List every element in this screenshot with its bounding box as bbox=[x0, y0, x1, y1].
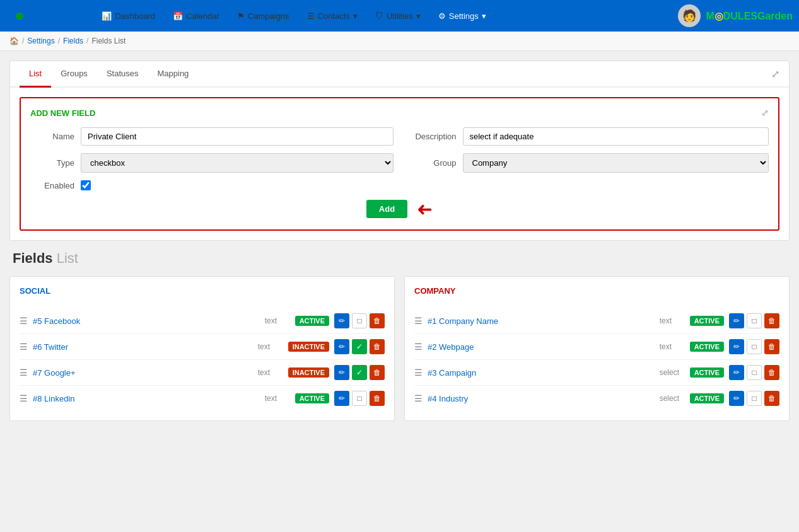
edit-button[interactable]: ✏ bbox=[729, 313, 744, 328]
delete-button[interactable]: 🗑 bbox=[764, 391, 779, 406]
delete-button[interactable]: 🗑 bbox=[370, 313, 385, 328]
utilities-dropdown-icon: ▾ bbox=[416, 11, 421, 21]
field-name-link[interactable]: #7 Google+ bbox=[33, 368, 253, 378]
delete-button[interactable]: 🗑 bbox=[764, 339, 779, 354]
tab-mapping[interactable]: Mapping bbox=[148, 61, 198, 88]
deactivate-button[interactable]: □ bbox=[747, 339, 762, 354]
status-badge: ACTIVE bbox=[690, 393, 724, 403]
field-type: text bbox=[265, 316, 290, 325]
delete-button[interactable]: 🗑 bbox=[764, 365, 779, 380]
deactivate-button[interactable]: □ bbox=[747, 313, 762, 328]
deactivate-button[interactable]: □ bbox=[352, 313, 367, 328]
activate-button[interactable]: ✓ bbox=[352, 339, 367, 354]
activate-button[interactable]: ✓ bbox=[352, 365, 367, 380]
enabled-checkbox[interactable] bbox=[81, 180, 91, 190]
fields-list-heading: Fields List bbox=[13, 250, 790, 267]
field-type: text bbox=[660, 316, 685, 325]
field-name-link[interactable]: #6 Twitter bbox=[33, 342, 253, 352]
type-select[interactable]: checkbox text select textarea date bbox=[81, 153, 394, 173]
social-title: SOCIAL bbox=[20, 286, 385, 301]
tab-groups[interactable]: Groups bbox=[51, 61, 97, 88]
table-row: ☰ #3 Campaign select ACTIVE ✏ □ 🗑 bbox=[414, 360, 779, 386]
drag-handle[interactable]: ☰ bbox=[20, 316, 28, 326]
deactivate-button[interactable]: □ bbox=[352, 391, 367, 406]
edit-button[interactable]: ✏ bbox=[729, 391, 744, 406]
field-type: text bbox=[660, 342, 685, 351]
edit-button[interactable]: ✏ bbox=[334, 391, 349, 406]
field-name-link[interactable]: #2 Webpage bbox=[428, 342, 655, 352]
breadcrumb-settings[interactable]: Settings bbox=[27, 37, 54, 45]
table-row: ☰ #1 Company Name text ACTIVE ✏ □ 🗑 bbox=[414, 308, 779, 334]
field-name-link[interactable]: #5 Facebook bbox=[33, 316, 260, 326]
description-input[interactable] bbox=[463, 127, 769, 146]
deactivate-button[interactable]: □ bbox=[747, 391, 762, 406]
settings-dropdown-icon: ▾ bbox=[482, 11, 486, 21]
dashboard-nav-item[interactable]: 📊 Dashboard bbox=[93, 0, 164, 32]
tab-statuses[interactable]: Statuses bbox=[97, 61, 148, 88]
delete-button[interactable]: 🗑 bbox=[764, 313, 779, 328]
table-row: ☰ #7 Google+ text INACTIVE ✏ ✓ 🗑 bbox=[20, 360, 385, 386]
name-label: Name bbox=[30, 132, 74, 141]
campaigns-nav-item[interactable]: ⚑ Campaigns bbox=[228, 0, 298, 32]
settings-nav-item[interactable]: ⚙ Settings ▾ bbox=[429, 0, 495, 32]
drag-handle[interactable]: ☰ bbox=[414, 367, 423, 378]
delete-button[interactable]: 🗑 bbox=[370, 365, 385, 380]
name-input[interactable] bbox=[81, 127, 394, 146]
drag-handle[interactable]: ☰ bbox=[414, 342, 423, 352]
status-badge: INACTIVE bbox=[288, 342, 329, 352]
edit-button[interactable]: ✏ bbox=[334, 339, 349, 354]
calendar-nav-item[interactable]: 📅 Calendar bbox=[164, 0, 228, 32]
field-name-link[interactable]: #8 Linkedin bbox=[33, 394, 260, 403]
form-row-type: Type checkbox text select textarea date … bbox=[30, 153, 769, 173]
field-name-link[interactable]: #1 Company Name bbox=[428, 316, 655, 326]
breadcrumb-fields[interactable]: Fields bbox=[63, 37, 83, 45]
edit-button[interactable]: ✏ bbox=[729, 339, 744, 354]
group-select[interactable]: Company Social Personal bbox=[463, 153, 769, 173]
field-name-link[interactable]: #3 Campaign bbox=[428, 368, 655, 378]
dashboard-icon: 📊 bbox=[102, 11, 112, 21]
field-name-link[interactable]: #4 Industry bbox=[428, 394, 655, 403]
company-title: COMPANY bbox=[414, 286, 779, 301]
form-row-enabled: Enabled bbox=[30, 180, 769, 190]
edit-button[interactable]: ✏ bbox=[334, 365, 349, 380]
expand-icon[interactable]: ⤢ bbox=[771, 68, 779, 80]
drag-handle[interactable]: ☰ bbox=[20, 367, 28, 378]
status-badge: INACTIVE bbox=[288, 367, 329, 378]
drag-handle[interactable]: ☰ bbox=[20, 342, 28, 352]
drag-handle[interactable]: ☰ bbox=[20, 393, 28, 403]
field-type: text bbox=[258, 342, 283, 351]
arrow-indicator: ➜ bbox=[417, 198, 433, 220]
contacts-dropdown-icon: ▾ bbox=[353, 11, 358, 21]
user-avatar: 🧑 bbox=[678, 4, 701, 27]
delete-button[interactable]: 🗑 bbox=[370, 339, 385, 354]
edit-button[interactable]: ✏ bbox=[334, 313, 349, 328]
field-type: select bbox=[660, 368, 685, 377]
contacts-nav-item[interactable]: ☰ Contacts ▾ bbox=[298, 0, 366, 32]
plus-icon: ⊕ bbox=[15, 10, 23, 22]
table-row: ☰ #8 Linkedin text ACTIVE ✏ □ 🗑 bbox=[20, 386, 385, 411]
deactivate-button[interactable]: □ bbox=[747, 365, 762, 380]
status-badge: ACTIVE bbox=[295, 316, 329, 326]
breadcrumb: 🏠 / Settings / Fields / Fields List bbox=[0, 32, 799, 51]
drag-handle[interactable]: ☰ bbox=[414, 316, 423, 326]
status-badge: ACTIVE bbox=[690, 316, 724, 326]
action-btns: ✏ ✓ 🗑 bbox=[334, 365, 385, 380]
add-button[interactable]: Add bbox=[366, 200, 407, 218]
drag-handle[interactable]: ☰ bbox=[414, 393, 423, 403]
status-badge: ACTIVE bbox=[690, 342, 724, 352]
create-contact-button[interactable]: ⊕ Create Contact bbox=[6, 4, 93, 28]
home-icon[interactable]: 🏠 bbox=[9, 37, 19, 45]
add-field-panel: ADD NEW FIELD ⤢ Name Description Type bbox=[20, 97, 779, 231]
add-field-title: ADD NEW FIELD ⤢ bbox=[30, 108, 769, 118]
action-btns: ✏ ✓ 🗑 bbox=[334, 339, 385, 354]
type-label: Type bbox=[30, 158, 74, 168]
top-navbar: ⊕ Create Contact 📊 Dashboard 📅 Calendar … bbox=[0, 0, 799, 32]
delete-button[interactable]: 🗑 bbox=[370, 391, 385, 406]
settings-icon: ⚙ bbox=[438, 11, 446, 21]
edit-button[interactable]: ✏ bbox=[729, 365, 744, 380]
utilities-nav-item[interactable]: ⛉ Utilities ▾ bbox=[366, 0, 429, 32]
tab-list[interactable]: List bbox=[20, 61, 51, 88]
panel-expand-icon[interactable]: ⤢ bbox=[761, 108, 769, 118]
enabled-label: Enabled bbox=[30, 181, 74, 190]
breadcrumb-current: Fields List bbox=[91, 37, 125, 45]
